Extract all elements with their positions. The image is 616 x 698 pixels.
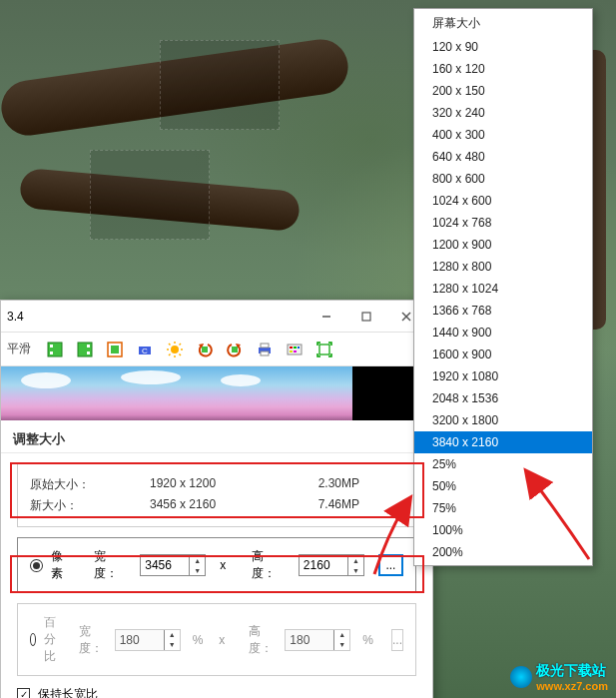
svg-rect-31 — [290, 347, 293, 349]
menu-item[interactable]: 75% — [414, 497, 592, 519]
window-title: 3.4 — [7, 310, 307, 324]
keep-ratio-label: 保持长宽比 — [38, 686, 98, 698]
svg-rect-34 — [290, 350, 293, 352]
menu-item[interactable]: 3840 x 2160 — [414, 431, 592, 453]
toolbar-label: 平滑 — [7, 341, 31, 357]
menu-item[interactable]: 25% — [414, 453, 592, 475]
svg-rect-28 — [261, 344, 269, 348]
svg-rect-35 — [294, 350, 297, 352]
annotation-frame — [10, 555, 424, 593]
print-icon[interactable] — [253, 338, 277, 361]
more-pct-button: ... — [391, 629, 403, 651]
svg-rect-6 — [50, 351, 53, 354]
titlebar: 3.4 — [1, 301, 432, 333]
watermark-logo-icon — [510, 666, 532, 688]
annotation-frame — [10, 462, 424, 518]
menu-item[interactable]: 1280 x 1024 — [414, 278, 592, 300]
svg-rect-36 — [319, 345, 329, 354]
pct-height-input — [286, 630, 333, 650]
width-label: 宽度： — [79, 623, 103, 657]
selection-box — [160, 40, 280, 130]
svg-line-19 — [169, 344, 171, 346]
watermark-name: 极光下载站 — [536, 662, 608, 680]
menu-item[interactable]: 160 x 120 — [414, 58, 592, 80]
keep-ratio-row[interactable]: 保持长宽比 — [17, 686, 416, 698]
menu-item[interactable]: 400 x 300 — [414, 124, 592, 146]
sun-brightness-icon[interactable] — [163, 338, 187, 361]
menu-item[interactable]: 200 x 150 — [414, 80, 592, 102]
svg-rect-26 — [232, 347, 238, 352]
menu-item[interactable]: 1440 x 900 — [414, 322, 592, 344]
menu-item[interactable]: 120 x 90 — [414, 36, 592, 58]
radio-percent[interactable] — [30, 633, 36, 646]
rotate-right-icon[interactable] — [223, 338, 247, 361]
menu-item[interactable]: 640 x 480 — [414, 146, 592, 168]
menu-header: 屏幕大小 — [414, 11, 592, 36]
svg-rect-33 — [298, 347, 300, 349]
spin-up-icon: ▲ — [334, 630, 349, 640]
svg-rect-30 — [288, 345, 302, 354]
spin-down-icon: ▼ — [334, 640, 349, 650]
toolbar: 平滑 C — [1, 333, 432, 366]
svg-point-14 — [171, 346, 179, 353]
menu-item[interactable]: 3200 x 1800 — [414, 409, 592, 431]
spin-up-icon: ▲ — [165, 630, 180, 640]
svg-rect-9 — [87, 351, 90, 354]
svg-rect-1 — [362, 313, 370, 321]
svg-rect-29 — [261, 351, 269, 355]
spin-down-icon: ▼ — [165, 640, 180, 650]
height-label: 高度： — [249, 623, 273, 657]
percent-radio-row[interactable]: 百分比 宽度： ▲▼ % x 高度： ▲▼ % ... — [17, 603, 416, 676]
svg-line-22 — [180, 344, 182, 346]
rotate-left-icon[interactable] — [193, 338, 217, 361]
svg-line-20 — [180, 353, 182, 355]
menu-item[interactable]: 1024 x 600 — [414, 190, 592, 212]
x-separator: x — [219, 633, 225, 647]
section-title: 调整大小 — [1, 420, 432, 453]
film-icon[interactable] — [43, 338, 67, 361]
menu-item[interactable]: 50% — [414, 475, 592, 497]
menu-item[interactable]: 320 x 240 — [414, 102, 592, 124]
svg-rect-8 — [87, 345, 90, 348]
minimize-button[interactable] — [307, 302, 346, 332]
pct-height-spinner: ▲▼ — [285, 629, 350, 651]
selection-box — [90, 150, 210, 240]
svg-rect-32 — [294, 347, 297, 349]
color-picker-icon[interactable]: C — [133, 338, 157, 361]
menu-item[interactable]: 200% — [414, 541, 592, 563]
palette-icon[interactable] — [283, 338, 307, 361]
watermark: 极光下载站 www.xz7.com — [510, 662, 608, 692]
menu-item[interactable]: 2048 x 1536 — [414, 387, 592, 409]
menu-item[interactable]: 1920 x 1080 — [414, 365, 592, 387]
menu-item[interactable]: 1280 x 800 — [414, 256, 592, 278]
svg-text:C: C — [142, 347, 148, 355]
menu-item[interactable]: 800 x 600 — [414, 168, 592, 190]
maximize-button[interactable] — [346, 302, 386, 332]
menu-item[interactable]: 1024 x 768 — [414, 212, 592, 234]
menu-item[interactable]: 1600 x 900 — [414, 344, 592, 365]
keep-ratio-checkbox[interactable] — [17, 688, 30, 698]
fullscreen-icon[interactable] — [312, 338, 336, 361]
svg-rect-24 — [202, 347, 208, 352]
image-frame-icon[interactable] — [103, 338, 127, 361]
size-preset-menu: 屏幕大小 120 x 90160 x 120200 x 150320 x 240… — [413, 8, 593, 566]
menu-item[interactable]: 1200 x 900 — [414, 234, 592, 256]
preview-strip — [1, 366, 432, 420]
watermark-url: www.xz7.com — [536, 680, 608, 692]
menu-item[interactable]: 1366 x 768 — [414, 300, 592, 322]
radio-percent-label: 百分比 — [44, 614, 58, 665]
film2-icon[interactable] — [73, 338, 97, 361]
pct-width-spinner: ▲▼ — [115, 629, 181, 651]
menu-item[interactable]: 100% — [414, 519, 592, 541]
pct-width-input — [116, 630, 164, 650]
svg-rect-5 — [50, 345, 53, 348]
svg-line-21 — [169, 353, 171, 355]
svg-rect-11 — [111, 346, 119, 353]
